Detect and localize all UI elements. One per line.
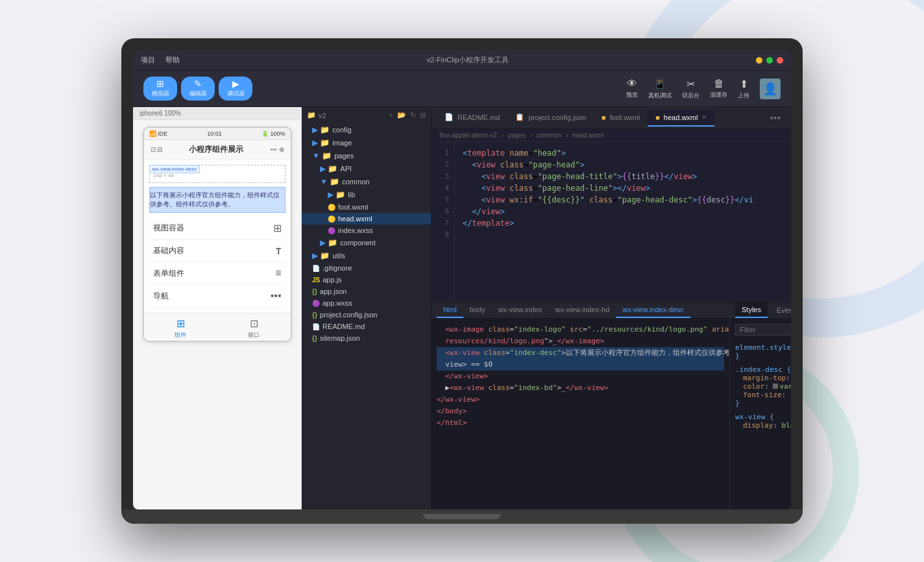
breadcrumb-sep-2: › xyxy=(566,132,568,139)
html-tree-tab-body[interactable]: body xyxy=(463,302,492,318)
style-rule-close: } xyxy=(735,399,791,408)
tree-item-app-js[interactable]: JS app.js xyxy=(302,274,431,286)
tree-item-project-config[interactable]: {} project.config.json xyxy=(302,309,431,321)
style-filter-input[interactable] xyxy=(735,324,791,336)
nav-tab-component[interactable]: ⊞ 组件 xyxy=(144,317,217,339)
devtools-tabs-bar: Styles Event Listeners DOM Breakpoints P… xyxy=(730,302,791,319)
form-icon: ≡ xyxy=(275,267,281,279)
generic-icon: 📄 xyxy=(312,323,320,330)
tab-foot[interactable]: ■ foot.wxml xyxy=(594,110,648,127)
tree-item-app-wxss[interactable]: 🟣 app.wxss xyxy=(302,297,431,309)
debug-label: 调试器 xyxy=(227,90,245,98)
folder-icon: ▼ 📁 xyxy=(312,151,332,160)
tree-item-image[interactable]: ▶ 📁 image xyxy=(302,136,431,149)
component-tag-container: wx-view.index-desc 240 × 44 xyxy=(149,165,286,183)
html-tree-tab-wxview-index[interactable]: wx-view.index xyxy=(492,302,549,318)
phone-row-nav[interactable]: 导航 ••• xyxy=(149,285,286,308)
tree-item-app-json[interactable]: {} app.json xyxy=(302,286,431,297)
html-tree-tab-wxview-hd[interactable]: wx-view.index-hd xyxy=(549,302,616,318)
tree-item-component[interactable]: ▶ 📁 component xyxy=(302,236,431,249)
toolbar-left: ⊞ 模拟器 ✎ 编辑器 ▶ 调试器 xyxy=(143,77,252,101)
phone-menu-btn[interactable]: ••• ⊕ xyxy=(270,146,284,153)
add-folder-icon[interactable]: 📂 xyxy=(397,111,406,119)
tab-head[interactable]: ■ head.wxml ✕ xyxy=(648,110,714,127)
js-icon: JS xyxy=(312,276,320,284)
debug-button[interactable]: ▶ 调试器 xyxy=(219,77,252,101)
tab-readme[interactable]: 📄 README.md xyxy=(437,109,507,127)
tab-project-config[interactable]: 📋 project.config.json xyxy=(507,109,594,127)
tree-item-head-wxml[interactable]: 🟡 head.wxml xyxy=(302,213,431,225)
code-line-8 xyxy=(463,229,783,241)
nav-tab-interface[interactable]: ⊡ 接口 xyxy=(217,317,291,339)
add-file-icon[interactable]: + xyxy=(389,111,393,119)
cut-backend-action[interactable]: ✂ 切后台 xyxy=(682,78,699,100)
maximize-button[interactable] xyxy=(766,57,773,64)
tab-close-icon[interactable]: ✕ xyxy=(701,114,707,121)
simulator-button[interactable]: ⊞ 模拟器 xyxy=(143,77,177,101)
devtools-tab-styles[interactable]: Styles xyxy=(735,302,768,318)
collapse-icon[interactable]: ⊟ xyxy=(420,111,426,119)
tree-item-label: .gitignore xyxy=(322,264,352,272)
devtools-tab-event[interactable]: Event Listeners xyxy=(770,303,791,317)
nav-interface-icon: ⊡ xyxy=(250,317,258,330)
tree-item-label: API xyxy=(340,165,352,173)
close-button[interactable] xyxy=(777,57,783,64)
html-tree-tabs: html body wx-view.index wx-view.index-hd… xyxy=(432,302,729,319)
code-area: 1 2 3 4 5 6 7 8 <template name="head"> <… xyxy=(432,142,791,302)
breadcrumb-sep-0: › xyxy=(502,132,504,139)
phone-row-form[interactable]: 表单组件 ≡ xyxy=(149,262,286,285)
html-tree-tab-outline[interactable]: html xyxy=(437,302,463,318)
preview-action[interactable]: 👁 预览 xyxy=(626,78,638,99)
menu-help[interactable]: 帮助 xyxy=(165,55,180,65)
real-machine-action[interactable]: 📱 真机调试 xyxy=(648,78,672,100)
code-content[interactable]: <template name="head"> <view class="page… xyxy=(455,142,791,302)
phone-row-view-container[interactable]: 视图容器 ⊞ xyxy=(149,217,286,240)
editor-button[interactable]: ✎ 编辑器 xyxy=(181,77,215,101)
devtools-content: :hov .cls + element.style { } .index-des… xyxy=(730,319,791,509)
phone-status-bar: 📶 IDE 10:01 🔋 100% xyxy=(144,128,291,140)
tree-item-api[interactable]: ▶ 📁 API xyxy=(302,162,431,175)
phone-row-basic-content[interactable]: 基础内容 T xyxy=(149,240,286,262)
tree-item-config[interactable]: ▶ 📁 config xyxy=(302,123,431,136)
basic-content-label: 基础内容 xyxy=(153,245,184,256)
tree-item-pages[interactable]: ▼ 📁 pages xyxy=(302,149,431,162)
line-num-8: 8 xyxy=(432,229,454,241)
html-tree-line-6: </wx-view> xyxy=(437,394,724,406)
line-num-3: 3 xyxy=(432,171,454,182)
tab-foot-label: foot.wxml xyxy=(610,114,640,121)
line-numbers: 1 2 3 4 5 6 7 8 xyxy=(432,142,455,302)
style-body: margin-top: 10px; color: var(--weui-FG-1… xyxy=(735,374,791,399)
tree-item-label: app.wxss xyxy=(322,299,352,307)
wx-view-rule-row: wx-view { localfile:/.index.css:2 xyxy=(735,413,791,421)
style-prop-display: display: block; xyxy=(743,421,791,430)
html-tree-line-0: <wx-image class="index-logo" src="../res… xyxy=(437,324,724,336)
minimize-button[interactable] xyxy=(756,57,762,64)
real-machine-label: 真机调试 xyxy=(648,92,672,100)
folder-icon: ▶ 📁 xyxy=(312,251,330,260)
tree-item-lib[interactable]: ▶ 📁 lib xyxy=(302,188,431,201)
tree-item-index-wxss[interactable]: 🟣 index.wxss xyxy=(302,225,431,236)
tree-item-utils[interactable]: ▶ 📁 utils xyxy=(302,249,431,262)
code-line-2: <view class="page-head"> xyxy=(463,159,783,171)
html-tree-line-8: </html> xyxy=(437,417,724,429)
user-avatar[interactable]: 👤 xyxy=(760,79,781,99)
line-num-7: 7 xyxy=(432,217,454,229)
tree-item-gitignore[interactable]: 📄 .gitignore xyxy=(302,262,431,274)
upload-action[interactable]: ⬆ 上传 xyxy=(738,78,749,100)
refresh-icon[interactable]: ↻ xyxy=(410,111,416,119)
tree-item-foot-wxml[interactable]: 🟡 foot.wxml xyxy=(302,201,431,213)
component-dims: 240 × 44 xyxy=(154,173,174,178)
tree-item-sitemap[interactable]: {} sitemap.json xyxy=(302,332,431,344)
clear-cache-action[interactable]: 🗑 清缓存 xyxy=(710,78,727,99)
line-num-1: 1 xyxy=(432,147,454,159)
wx-view-style-body: display: block; xyxy=(735,421,791,430)
menu-project[interactable]: 项目 xyxy=(141,55,155,65)
phone-back-btn[interactable]: ⊡ ⊟ xyxy=(151,146,163,153)
style-rule-selector: .index-desc { xyxy=(735,365,791,374)
style-rule-element-close: } xyxy=(735,352,791,360)
tree-item-readme[interactable]: 📄 README.md xyxy=(302,321,431,332)
tree-item-common[interactable]: ▼ 📁 common xyxy=(302,175,431,188)
more-tabs-button[interactable]: ••• xyxy=(764,112,786,124)
folder-icon: ▶ 📁 xyxy=(320,164,337,173)
html-tree-tab-wxview-desc[interactable]: wx-view.index-desc xyxy=(616,302,690,318)
